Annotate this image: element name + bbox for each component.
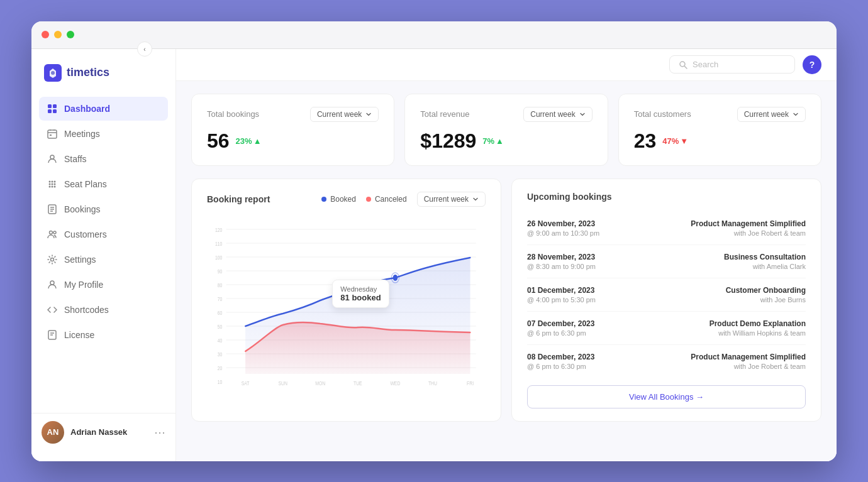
license-icon xyxy=(47,329,58,341)
user-profile-footer: AN Adrian Nassek ⋯ xyxy=(31,413,175,451)
sidebar-item-meetings[interactable]: Meetings xyxy=(39,122,168,146)
stat-card-customers: Total customers Current week 23 47% ▼ xyxy=(618,94,821,166)
main-layout: Search ? Total bookings Current week xyxy=(176,49,837,461)
sidebar: timetics ‹ Dashboard xyxy=(31,49,176,461)
booked-dot xyxy=(321,197,326,202)
code-icon xyxy=(47,304,58,315)
booking-time: @ 6 pm to 6:30 pm xyxy=(527,363,594,370)
chart-title: Booking report xyxy=(207,194,270,204)
svg-text:MON: MON xyxy=(315,380,325,386)
sidebar-nav: Dashboard Meetings xyxy=(31,97,175,413)
sidebar-item-seat-plans[interactable]: Seat Plans xyxy=(39,172,168,196)
booking-time: @ 6 pm to 6:30 pm xyxy=(527,329,594,337)
stat-card-revenue: Total revenue Current week $1289 7% ▲ xyxy=(404,94,608,166)
calendar-icon xyxy=(47,128,58,140)
stat-title-revenue: Total revenue xyxy=(420,109,469,119)
svg-text:80: 80 xyxy=(218,282,223,288)
svg-point-20 xyxy=(51,258,54,261)
svg-point-8 xyxy=(49,180,51,182)
svg-rect-3 xyxy=(48,109,52,113)
sidebar-item-shortcodes[interactable]: Shortcodes xyxy=(39,298,168,322)
sidebar-item-label: Seat Plans xyxy=(64,179,107,189)
chevron-down-icon xyxy=(472,196,479,202)
booking-date: 28 November, 2023 xyxy=(527,253,596,261)
svg-rect-5 xyxy=(48,130,57,138)
list-item: 28 November, 2023 @ 8:30 am to 9:00 pm B… xyxy=(527,245,806,278)
sidebar-item-label: Settings xyxy=(64,255,96,265)
svg-rect-2 xyxy=(53,104,57,108)
customers-period-selector[interactable]: Current week xyxy=(737,107,806,122)
minimize-button[interactable] xyxy=(54,31,62,38)
booking-title: Product Demo Explanation xyxy=(709,319,806,328)
chart-tooltip-dot xyxy=(393,275,398,281)
help-button[interactable]: ? xyxy=(803,55,821,74)
canceled-dot xyxy=(366,197,371,202)
sidebar-item-label: Meetings xyxy=(64,129,100,139)
chart-svg: 120 110 100 90 80 70 60 50 40 30 20 xyxy=(207,217,486,393)
sidebar-item-label: Bookings xyxy=(64,204,101,214)
list-item: 07 December, 2023 @ 6 pm to 6:30 pm Prod… xyxy=(527,312,806,345)
booking-list: 26 November, 2023 @ 9:00 am to 10:30 pm … xyxy=(527,212,806,378)
svg-text:50: 50 xyxy=(218,324,223,330)
close-button[interactable] xyxy=(42,31,49,38)
stat-value-revenue: $1289 7% ▲ xyxy=(420,129,592,153)
svg-text:30: 30 xyxy=(218,351,223,358)
bookings-period-selector[interactable]: Current week xyxy=(310,107,379,122)
sidebar-item-settings[interactable]: Settings xyxy=(39,248,168,271)
svg-text:20: 20 xyxy=(218,365,223,371)
chart-period-selector[interactable]: Current week xyxy=(417,192,486,207)
revenue-period-selector[interactable]: Current week xyxy=(523,107,592,122)
stat-change-bookings: 23% ▲ xyxy=(236,136,262,146)
svg-point-0 xyxy=(51,71,55,75)
svg-text:90: 90 xyxy=(218,268,223,275)
svg-point-16 xyxy=(54,185,56,187)
svg-point-10 xyxy=(54,180,56,182)
sidebar-item-customers[interactable]: Customers xyxy=(39,222,168,246)
view-all-bookings-button[interactable]: View All Bookings → xyxy=(527,385,806,408)
booking-date: 01 December, 2023 xyxy=(527,286,596,295)
sidebar-item-license[interactable]: License xyxy=(39,323,168,347)
booking-title: Business Consultation xyxy=(724,253,806,261)
app-logo: timetics xyxy=(31,59,175,97)
inner-header: Search ? xyxy=(176,49,837,81)
chevron-down-icon xyxy=(793,111,799,118)
svg-point-13 xyxy=(54,183,56,185)
svg-text:40: 40 xyxy=(218,337,223,344)
sidebar-item-my-profile[interactable]: My Profile xyxy=(39,273,168,297)
booking-date: 26 November, 2023 xyxy=(527,219,599,228)
booking-date: 07 December, 2023 xyxy=(527,319,594,328)
search-bar[interactable]: Search xyxy=(669,55,795,74)
sidebar-item-staffs[interactable]: Staffs xyxy=(39,147,168,171)
maximize-button[interactable] xyxy=(67,31,74,38)
svg-text:THU: THU xyxy=(428,380,437,386)
booking-host: with William Hopkins & team xyxy=(709,329,806,337)
stat-title-bookings: Total bookings xyxy=(207,109,259,119)
upcoming-bookings-card: Upcoming bookings 26 November, 2023 @ 9:… xyxy=(511,178,821,422)
stat-title-customers: Total customers xyxy=(634,109,691,119)
user-menu-button[interactable]: ⋯ xyxy=(154,425,165,439)
svg-text:110: 110 xyxy=(215,241,223,247)
search-icon xyxy=(679,60,687,69)
chevron-down-icon xyxy=(365,111,372,118)
booking-time: @ 8:30 am to 9:00 pm xyxy=(527,263,596,270)
svg-point-19 xyxy=(53,231,56,234)
sidebar-item-label: Dashboard xyxy=(64,104,110,114)
stat-change-revenue: 7% ▲ xyxy=(482,136,504,146)
booking-time: @ 9:00 am to 10:30 pm xyxy=(527,229,599,237)
svg-point-9 xyxy=(52,180,53,182)
svg-rect-1 xyxy=(48,104,52,108)
logo-icon xyxy=(44,64,62,82)
legend-canceled: Canceled xyxy=(366,195,407,204)
list-item: 26 November, 2023 @ 9:00 am to 10:30 pm … xyxy=(527,212,806,245)
booking-title: Customer Onboarding xyxy=(726,286,806,295)
sidebar-collapse-button[interactable]: ‹ xyxy=(137,49,152,57)
bookings-card-header: Upcoming bookings xyxy=(527,192,806,202)
profile-icon xyxy=(47,279,58,290)
booking-host: with Joe Robert & team xyxy=(691,229,806,237)
legend-booked-label: Booked xyxy=(330,195,356,204)
sidebar-item-dashboard[interactable]: Dashboard xyxy=(39,97,168,121)
sidebar-item-bookings[interactable]: Bookings xyxy=(39,197,168,221)
svg-point-7 xyxy=(50,155,54,159)
svg-point-15 xyxy=(52,185,53,187)
users-icon xyxy=(47,229,58,240)
